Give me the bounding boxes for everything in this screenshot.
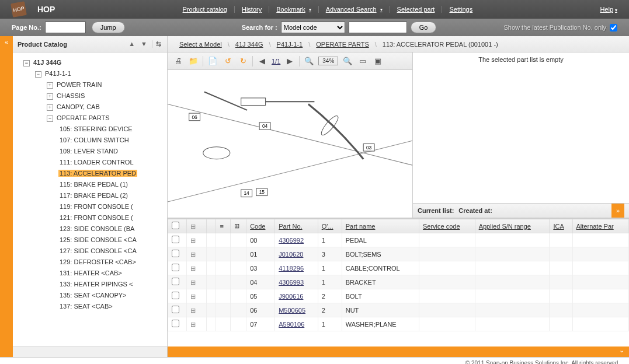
expand-table-button[interactable]: ⌄ bbox=[168, 346, 629, 357]
row-checkbox[interactable] bbox=[172, 264, 179, 271]
tree-item[interactable]: 115: BRAKE PEDAL (1) bbox=[58, 179, 165, 190]
part-number-link[interactable]: 4306992 bbox=[279, 237, 304, 244]
zoom-out-icon[interactable]: 🔍 bbox=[303, 55, 315, 67]
add-to-cart-icon[interactable] bbox=[190, 251, 199, 258]
topmenu-bookmark[interactable]: Bookmark bbox=[269, 6, 319, 13]
tree-item[interactable]: 119: FRONT CONSOLE ( bbox=[58, 201, 165, 212]
tree-item[interactable]: 131: HEATER <CAB> bbox=[58, 268, 165, 279]
tree-toggle-icon[interactable]: − bbox=[35, 71, 41, 78]
col-checkbox[interactable] bbox=[168, 219, 187, 233]
col-part-no-[interactable]: Part No. bbox=[275, 219, 318, 233]
add-to-cart-icon[interactable] bbox=[190, 237, 199, 244]
col-part-name[interactable]: Part name bbox=[342, 219, 419, 233]
rotate-ccw-icon[interactable]: ↺ bbox=[222, 55, 234, 67]
col-ica[interactable]: ICA bbox=[550, 219, 572, 233]
col-cart[interactable] bbox=[187, 219, 207, 233]
tree-item[interactable]: +CANOPY, CAB bbox=[47, 102, 165, 113]
col-applied-s-n-range[interactable]: Applied S/N range bbox=[475, 219, 550, 233]
tree-toggle-icon[interactable]: + bbox=[47, 93, 53, 100]
breadcrumb-pub[interactable]: P41J-1-1 bbox=[277, 41, 303, 48]
page-indicator[interactable]: 1/1 bbox=[272, 58, 280, 65]
tree-toggle-icon[interactable]: − bbox=[23, 60, 30, 66]
rotate-cw-icon[interactable]: ↻ bbox=[237, 55, 249, 67]
prev-page-icon[interactable]: ◀ bbox=[256, 55, 268, 67]
tree-item[interactable]: −P41J-1-1 bbox=[35, 68, 165, 79]
fit-page-icon[interactable]: ▣ bbox=[372, 55, 384, 67]
go-button[interactable]: Go bbox=[411, 22, 437, 33]
row-checkbox[interactable] bbox=[172, 278, 179, 285]
table-row[interactable]: 06M5006052NUT bbox=[168, 303, 629, 317]
topmenu-settings[interactable]: Settings bbox=[442, 6, 479, 13]
tree-item[interactable]: 127: SIDE CONSOLE <CA bbox=[58, 246, 165, 257]
table-row[interactable]: 0341182961CABLE;CONTROL bbox=[168, 261, 629, 275]
refresh-icon[interactable]: ⇆ bbox=[152, 40, 162, 48]
tree-item[interactable]: 107: COLUMN SWITCH bbox=[58, 135, 165, 146]
tree-item[interactable]: +POWER TRAIN bbox=[47, 79, 165, 90]
table-row[interactable]: 0043069921PEDAL bbox=[168, 233, 629, 247]
search-mode-select[interactable]: Model code bbox=[281, 22, 345, 33]
sort-desc-icon[interactable]: ▼ bbox=[140, 40, 148, 48]
topmenu-selected-part[interactable]: Selected part bbox=[390, 6, 443, 13]
help-link[interactable]: Help bbox=[600, 6, 617, 13]
col-q-[interactable]: Q'... bbox=[318, 219, 342, 233]
row-checkbox[interactable] bbox=[172, 250, 179, 257]
col-service-code[interactable]: Service code bbox=[419, 219, 475, 233]
search-input[interactable] bbox=[349, 22, 407, 33]
table-row[interactable]: 01J0106203BOLT;SEMS bbox=[168, 247, 629, 261]
part-number-link[interactable]: M500605 bbox=[279, 307, 305, 314]
tree-item[interactable]: 111: LOADER CONTROL bbox=[58, 157, 165, 168]
row-checkbox[interactable] bbox=[172, 320, 179, 327]
tree-item[interactable]: 123: SIDE CONSOLE (BA bbox=[58, 223, 165, 235]
copy-icon[interactable]: 📄 bbox=[207, 55, 218, 67]
publication-filter-checkbox[interactable] bbox=[610, 24, 617, 32]
row-checkbox[interactable] bbox=[172, 306, 179, 313]
tree-item[interactable]: 121: FRONT CONSOLE ( bbox=[58, 212, 165, 223]
part-number-link[interactable]: 4118296 bbox=[279, 265, 304, 272]
add-to-cart-icon[interactable] bbox=[190, 279, 199, 286]
tree-toggle-icon[interactable]: − bbox=[47, 116, 53, 122]
tree-item[interactable]: 105: STEERING DEVICE bbox=[58, 124, 165, 135]
page-no-input[interactable] bbox=[45, 22, 86, 33]
tree-item[interactable]: 109: LEVER STAND bbox=[58, 146, 165, 157]
table-row[interactable]: 07A5901061WASHER;PLANE bbox=[168, 317, 629, 331]
table-row[interactable]: 05J9006162BOLT bbox=[168, 289, 629, 303]
breadcrumb-group[interactable]: OPERATE PARTS bbox=[316, 41, 369, 48]
fit-width-icon[interactable]: ▭ bbox=[357, 55, 369, 67]
breadcrumb-select-model[interactable]: Select a Model bbox=[179, 41, 222, 48]
tree-item[interactable]: 125: SIDE CONSOLE <CA bbox=[58, 235, 165, 246]
tree-item[interactable]: 135: SEAT <CANOPY> bbox=[58, 290, 165, 301]
tree-item[interactable]: 113: ACCELERATOR PED bbox=[58, 168, 165, 179]
tree-item[interactable]: 117: BRAKE PEDAL (2) bbox=[58, 190, 165, 201]
part-number-link[interactable]: 4306993 bbox=[279, 279, 304, 286]
tree-item[interactable]: 137: SEAT <CAB> bbox=[58, 301, 165, 312]
part-number-link[interactable]: J010620 bbox=[279, 251, 303, 258]
col-code[interactable]: Code bbox=[246, 219, 275, 233]
tree-item[interactable]: −41J 344G bbox=[23, 57, 165, 68]
add-to-cart-icon[interactable] bbox=[190, 265, 199, 272]
jump-button[interactable]: Jump bbox=[92, 22, 125, 33]
folder-icon[interactable]: 📁 bbox=[187, 55, 199, 67]
print-icon[interactable]: 🖨 bbox=[172, 55, 184, 67]
breadcrumb-model[interactable]: 41J 344G bbox=[235, 41, 263, 48]
expand-info-button[interactable]: » bbox=[611, 204, 624, 218]
collapse-sidebar-button[interactable]: « bbox=[0, 36, 13, 357]
add-to-cart-icon[interactable] bbox=[190, 321, 199, 328]
topmenu-advanced-search[interactable]: Advanced Search bbox=[319, 6, 390, 13]
tree-item[interactable]: 129: DEFROSTER <CAB> bbox=[58, 257, 165, 268]
topmenu-product-catalog[interactable]: Product catalog bbox=[176, 6, 235, 13]
part-number-link[interactable]: A590106 bbox=[279, 321, 304, 328]
add-to-cart-icon[interactable] bbox=[190, 293, 199, 300]
tree-item[interactable]: +CHASSIS bbox=[47, 90, 165, 102]
topmenu-history[interactable]: History bbox=[235, 6, 269, 13]
row-checkbox[interactable] bbox=[172, 292, 179, 299]
next-page-icon[interactable]: ▶ bbox=[284, 55, 296, 67]
sidebar-scrollbar[interactable] bbox=[13, 346, 167, 357]
col-alternate-par[interactable]: Alternate Par bbox=[572, 219, 628, 233]
row-checkbox[interactable] bbox=[172, 236, 179, 243]
tree-item[interactable]: −OPERATE PARTS bbox=[47, 113, 165, 124]
tree-toggle-icon[interactable]: + bbox=[47, 82, 53, 89]
tree-toggle-icon[interactable]: + bbox=[47, 104, 53, 111]
sort-asc-icon[interactable]: ▲ bbox=[127, 40, 136, 48]
zoom-in-icon[interactable]: 🔍 bbox=[342, 55, 353, 67]
part-number-link[interactable]: J900616 bbox=[279, 293, 303, 300]
